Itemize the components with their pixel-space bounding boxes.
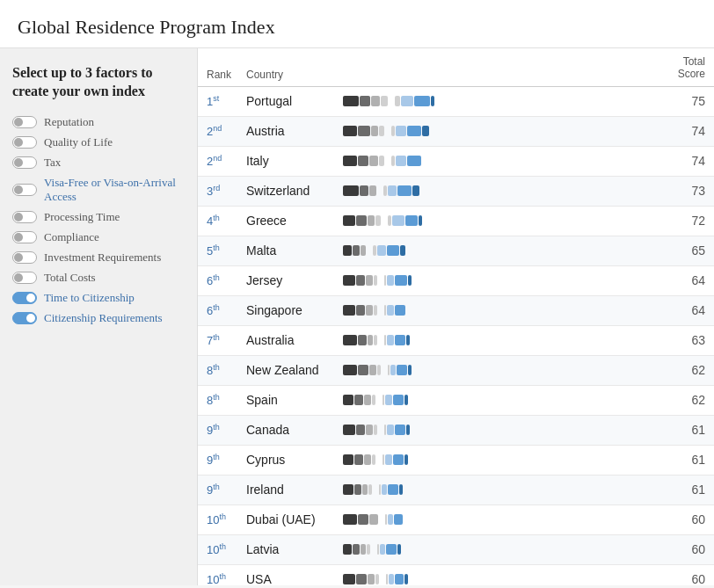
bar-segment bbox=[358, 514, 368, 525]
bar-segment bbox=[343, 305, 355, 316]
bar-segment bbox=[356, 305, 365, 316]
factor-toggle-5[interactable] bbox=[12, 231, 37, 243]
country-cell: Canada bbox=[246, 423, 343, 437]
bar-segment bbox=[343, 245, 352, 256]
bar-segment bbox=[391, 126, 395, 136]
bar-segment bbox=[385, 454, 392, 465]
factor-toggle-6[interactable] bbox=[12, 251, 37, 264]
table-row: 1stPortugal75 bbox=[198, 87, 714, 117]
bar-segment bbox=[368, 484, 372, 495]
bar-segment bbox=[388, 365, 390, 375]
factor-item-0[interactable]: Reputation bbox=[12, 115, 185, 129]
factor-label-6: Investment Requirements bbox=[44, 250, 161, 265]
bar-segment bbox=[343, 425, 355, 435]
bar-segment bbox=[399, 484, 403, 495]
bar-group-1 bbox=[391, 156, 421, 166]
factor-toggle-3[interactable] bbox=[12, 184, 37, 196]
factor-item-7[interactable]: Total Costs bbox=[12, 271, 185, 285]
bar-segment bbox=[366, 425, 373, 435]
bars-cell bbox=[343, 245, 657, 256]
bar-segment bbox=[343, 185, 359, 196]
rank-cell: 10th bbox=[207, 572, 246, 585]
bar-segment bbox=[379, 484, 381, 495]
bar-segment bbox=[369, 156, 378, 166]
bar-segment bbox=[404, 454, 408, 465]
table-row: 10thUSA60 bbox=[198, 565, 714, 585]
bar-group-0 bbox=[343, 335, 377, 345]
table-row: 7thAustralia63 bbox=[198, 326, 714, 356]
bar-segment bbox=[405, 215, 418, 226]
bar-group-0 bbox=[343, 425, 377, 435]
bar-segment bbox=[404, 395, 408, 405]
bar-segment bbox=[386, 574, 388, 584]
score-cell: 61 bbox=[657, 423, 705, 437]
table-row: 2ndItaly74 bbox=[198, 147, 714, 177]
factor-label-8: Time to Citizenship bbox=[44, 291, 135, 305]
factor-toggle-9[interactable] bbox=[12, 312, 37, 324]
bar-segment bbox=[396, 156, 406, 166]
bar-segment bbox=[369, 365, 376, 375]
factor-item-8[interactable]: Time to Citizenship bbox=[12, 291, 185, 305]
bar-segment bbox=[361, 544, 366, 555]
factor-item-3[interactable]: Visa-Free or Visa-on-Arrival Access bbox=[12, 176, 185, 204]
bar-segment bbox=[377, 544, 379, 555]
bar-segment bbox=[397, 544, 401, 555]
bar-segment bbox=[388, 514, 393, 525]
bar-segment bbox=[419, 215, 422, 226]
factor-item-1[interactable]: Quality of Life bbox=[12, 135, 185, 149]
factor-item-2[interactable]: Tax bbox=[12, 156, 185, 170]
factor-toggle-8[interactable] bbox=[12, 292, 37, 304]
bar-segment bbox=[343, 574, 355, 584]
bar-segment bbox=[353, 245, 360, 256]
country-cell: Greece bbox=[246, 214, 343, 228]
bar-segment bbox=[358, 365, 368, 375]
bar-segment bbox=[358, 335, 367, 345]
bar-segment bbox=[414, 96, 430, 106]
factor-toggle-2[interactable] bbox=[12, 156, 37, 169]
bar-segment bbox=[407, 126, 421, 136]
factor-item-6[interactable]: Investment Requirements bbox=[12, 250, 185, 265]
country-cell: Australia bbox=[246, 333, 343, 347]
score-cell: 74 bbox=[657, 124, 705, 138]
factor-toggle-4[interactable] bbox=[12, 211, 37, 223]
rank-cell: 10th bbox=[207, 542, 246, 556]
bar-segment bbox=[422, 126, 429, 136]
factor-toggle-1[interactable] bbox=[12, 136, 37, 149]
bar-group-0 bbox=[343, 305, 377, 316]
bar-segment bbox=[395, 574, 404, 584]
bar-segment bbox=[385, 514, 387, 525]
bar-group-0 bbox=[343, 185, 376, 196]
bar-segment bbox=[384, 305, 386, 316]
factor-label-3: Visa-Free or Visa-on-Arrival Access bbox=[44, 176, 185, 204]
bar-group-1 bbox=[385, 514, 403, 525]
bar-segment bbox=[369, 185, 376, 196]
bar-group-0 bbox=[343, 395, 375, 405]
factor-item-4[interactable]: Processing Time bbox=[12, 210, 185, 224]
bars-cell bbox=[343, 484, 657, 495]
bars-cell bbox=[343, 425, 657, 435]
bar-segment bbox=[343, 454, 353, 465]
factor-item-5[interactable]: Compliance bbox=[12, 230, 185, 244]
bars-cell bbox=[343, 514, 657, 525]
bar-segment bbox=[395, 275, 407, 286]
rank-cell: 1st bbox=[207, 94, 246, 108]
bar-segment bbox=[394, 514, 403, 525]
bars-cell bbox=[343, 96, 657, 106]
bar-segment bbox=[375, 574, 379, 584]
bar-segment bbox=[379, 126, 384, 136]
page-title: Global Residence Program Index bbox=[0, 0, 714, 48]
bar-segment bbox=[406, 335, 410, 345]
bar-segment bbox=[354, 395, 363, 405]
bars-cell bbox=[343, 574, 657, 584]
factor-toggle-7[interactable] bbox=[12, 272, 37, 284]
bar-segment bbox=[431, 96, 434, 106]
factor-item-9[interactable]: Citizenship Requirements bbox=[12, 311, 185, 325]
bar-segment bbox=[360, 185, 368, 196]
factor-toggle-0[interactable] bbox=[12, 116, 37, 128]
bar-group-0 bbox=[343, 484, 372, 495]
bar-segment bbox=[408, 365, 412, 375]
bar-segment bbox=[343, 365, 357, 375]
bar-segment bbox=[358, 126, 370, 136]
table-body: 1stPortugal752ndAustria742ndItaly743rdSw… bbox=[198, 87, 714, 585]
factor-label-0: Reputation bbox=[44, 115, 94, 129]
